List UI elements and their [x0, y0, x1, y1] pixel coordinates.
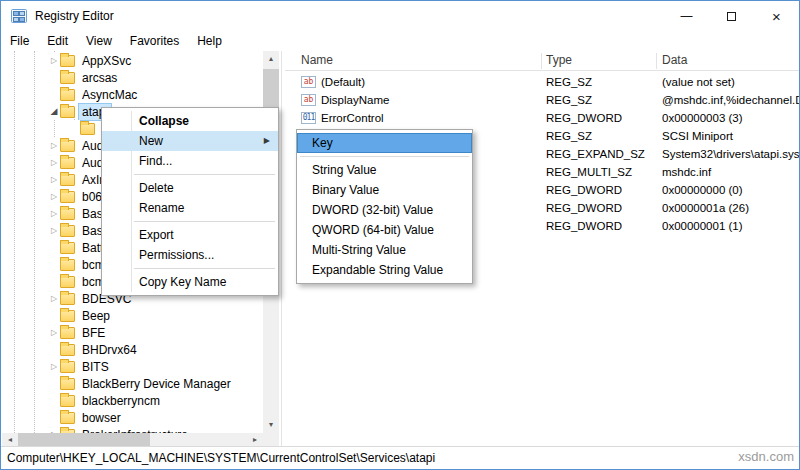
menubar-item-view[interactable]: View: [77, 31, 121, 51]
collapsed-chevron-icon[interactable]: ▷: [48, 188, 60, 205]
column-header-type[interactable]: Type: [546, 51, 572, 70]
collapsed-chevron-icon[interactable]: ▷: [48, 171, 60, 188]
collapsed-chevron-icon[interactable]: ▷: [48, 205, 60, 222]
tree-item-label: BFE: [79, 325, 108, 341]
tree-item-label: bowser: [79, 410, 124, 426]
value-name: ErrorControl: [321, 109, 384, 127]
menu-item-find[interactable]: Find...: [102, 151, 278, 171]
menu-separator: [300, 156, 469, 157]
tree-item-blackberry-device-manager[interactable]: BlackBerry Device Manager: [48, 375, 234, 392]
close-icon: ×: [772, 8, 781, 25]
menu-item-string-value[interactable]: String Value: [297, 160, 472, 180]
menu-item-rename[interactable]: Rename: [102, 198, 278, 218]
close-button[interactable]: ×: [754, 1, 799, 31]
value-data: SCSI Miniport: [662, 127, 733, 145]
folder-icon: [60, 276, 75, 288]
collapsed-chevron-icon[interactable]: ▷: [48, 426, 60, 433]
folder-icon: [60, 310, 75, 322]
expanded-chevron-icon[interactable]: ◢: [48, 103, 60, 120]
menu-separator: [134, 268, 275, 269]
scroll-down-arrow-icon[interactable]: ▾: [263, 417, 279, 433]
context-menu: CollapseNew▶Find...DeleteRenameExportPer…: [101, 107, 279, 296]
menu-item-permissions[interactable]: Permissions...: [102, 245, 278, 265]
tree-item-arcsas[interactable]: arcsas: [48, 69, 120, 86]
tree-item-label: blackberryncm: [79, 393, 163, 409]
no-expander: [48, 273, 60, 290]
collapsed-chevron-icon[interactable]: ▷: [48, 290, 60, 307]
menubar-item-file[interactable]: File: [1, 31, 38, 51]
menu-item-expandable-string-value[interactable]: Expandable String Value: [297, 260, 472, 280]
menu-item-multi-string-value[interactable]: Multi-String Value: [297, 240, 472, 260]
no-expander: [48, 239, 60, 256]
collapsed-chevron-icon[interactable]: ▷: [48, 137, 60, 154]
menubar-item-edit[interactable]: Edit: [38, 31, 77, 51]
menubar-item-help[interactable]: Help: [188, 31, 231, 51]
folder-icon: [60, 361, 75, 373]
menu-item-dword-32-bit-value[interactable]: DWORD (32-bit) Value: [297, 200, 472, 220]
menubar-item-favorites[interactable]: Favorites: [121, 31, 188, 51]
value-row-default[interactable]: ab(Default)REG_SZ(value not set): [285, 73, 799, 91]
tree-item-label: AppXSvc: [79, 53, 134, 69]
collapsed-chevron-icon[interactable]: ▷: [48, 222, 60, 239]
collapsed-chevron-icon[interactable]: ▷: [48, 52, 60, 69]
collapsed-chevron-icon[interactable]: ▷: [48, 154, 60, 171]
collapsed-chevron-icon[interactable]: ▷: [48, 358, 60, 375]
menu-item-qword-64-bit-value[interactable]: QWORD (64-bit) Value: [297, 220, 472, 240]
menu-item-key[interactable]: Key: [297, 133, 472, 153]
value-type: REG_MULTI_SZ: [546, 163, 632, 181]
tree-item-label: arcsas: [79, 70, 120, 86]
menu-item-export[interactable]: Export: [102, 225, 278, 245]
no-expander: [48, 409, 60, 426]
tree-item-bfe[interactable]: ▷BFE: [48, 324, 108, 341]
folder-icon: [60, 242, 75, 254]
tree-horizontal-scrollbar[interactable]: ◂ ▸: [2, 433, 263, 447]
no-expander: [48, 307, 60, 324]
value-name: (Default): [321, 73, 365, 91]
tree-item-bowser[interactable]: bowser: [48, 409, 124, 426]
folder-icon: [60, 157, 75, 169]
tree-item-appxsvc[interactable]: ▷AppXSvc: [48, 52, 134, 69]
folder-icon: [60, 344, 75, 356]
column-header-data[interactable]: Data: [662, 51, 687, 70]
scroll-left-arrow-icon[interactable]: ◂: [2, 433, 18, 447]
menu-item-delete[interactable]: Delete: [102, 178, 278, 198]
column-header-name[interactable]: Name: [301, 51, 333, 70]
value-row-displayname[interactable]: abDisplayNameREG_SZ@mshdc.inf,%idechanne…: [285, 91, 799, 109]
folder-icon: [60, 55, 75, 67]
minimize-button[interactable]: —: [664, 1, 709, 31]
no-expander: [68, 120, 80, 137]
tree-item-bits[interactable]: ▷BITS: [48, 358, 112, 375]
titlebar[interactable]: Registry Editor — ×: [1, 1, 799, 31]
menu-item-copy-key-name[interactable]: Copy Key Name: [102, 272, 278, 292]
value-type: REG_SZ: [546, 73, 592, 91]
value-row-errorcontrol[interactable]: 011ErrorControlREG_DWORD0x00000003 (3): [285, 109, 799, 127]
maximize-button[interactable]: [709, 1, 754, 31]
tree-item-asyncmac[interactable]: AsyncMac: [48, 86, 140, 103]
tree-item-label: Beep: [79, 308, 113, 324]
folder-icon: [80, 123, 95, 135]
no-expander: [48, 86, 60, 103]
folder-icon: [60, 259, 75, 271]
collapsed-chevron-icon[interactable]: ▷: [48, 324, 60, 341]
value-type: REG_SZ: [546, 127, 592, 145]
no-expander: [48, 256, 60, 273]
menu-item-collapse[interactable]: Collapse: [102, 111, 278, 131]
value-data: System32\drivers\atapi.sys: [662, 145, 799, 163]
folder-icon: [60, 293, 75, 305]
folder-icon: [60, 89, 75, 101]
menu-item-new[interactable]: New▶: [102, 131, 278, 151]
scroll-up-arrow-icon[interactable]: ▴: [263, 51, 279, 67]
selected-key-path: Computer\HKEY_LOCAL_MACHINE\SYSTEM\Curre…: [7, 447, 435, 469]
menu-item-binary-value[interactable]: Binary Value: [297, 180, 472, 200]
scroll-right-arrow-icon[interactable]: ▸: [247, 433, 263, 447]
column-separator[interactable]: [541, 53, 542, 69]
tree-item-bhdrvx64[interactable]: BHDrvx64: [48, 341, 140, 358]
column-separator[interactable]: [656, 53, 657, 69]
pane-splitter[interactable]: [281, 51, 282, 447]
tree-item-beep[interactable]: Beep: [48, 307, 113, 324]
tree-hscroll-thumb[interactable]: [18, 433, 150, 447]
tree-item-blackberryncm[interactable]: blackberryncm: [48, 392, 163, 409]
folder-icon: [60, 395, 75, 407]
tree-item-brokerinfrastructure[interactable]: ▷BrokerInfrastructure: [48, 426, 191, 433]
value-type: REG_DWORD: [546, 199, 622, 217]
